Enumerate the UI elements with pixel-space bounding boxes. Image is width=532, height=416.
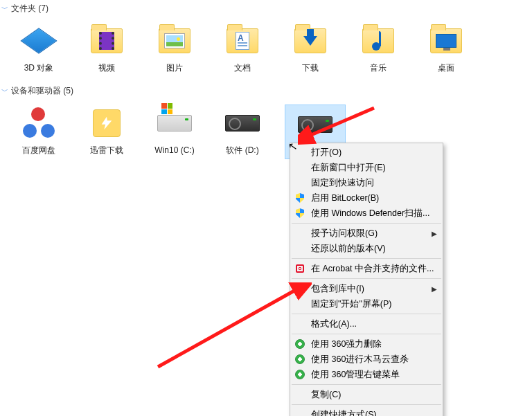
menu-defender-scan[interactable]: 使用 Windows Defender扫描... xyxy=(290,206,443,221)
folder-pictures[interactable]: 图片 xyxy=(150,23,200,73)
submenu-arrow-icon: ▶ xyxy=(432,285,437,293)
annotation-arrow xyxy=(152,282,312,372)
folder-documents[interactable]: 文档 xyxy=(218,23,267,73)
chevron-down-icon: ﹀ xyxy=(1,87,8,96)
item-label: 百度网盘 xyxy=(22,145,55,155)
folder-icon xyxy=(428,23,464,59)
menu-separator xyxy=(292,314,441,314)
folder-icon xyxy=(89,23,125,59)
360-icon xyxy=(294,354,305,365)
drive-baidu[interactable]: 百度网盘 xyxy=(14,105,64,158)
item-label: 视频 xyxy=(98,63,115,73)
menu-separator xyxy=(292,278,441,279)
menu-separator xyxy=(292,258,441,259)
svg-line-1 xyxy=(158,288,299,367)
submenu-arrow-icon: ▶ xyxy=(432,230,437,237)
folder-icon xyxy=(292,23,328,59)
menu-restore-versions[interactable]: 还原以前的版本(V) xyxy=(290,241,443,256)
menu-include-library[interactable]: 包含到库中(I)▶ xyxy=(290,281,443,296)
menu-create-shortcut[interactable]: 创建快捷方式(S) xyxy=(290,407,443,416)
menu-grant-access[interactable]: 授予访问权限(G)▶ xyxy=(290,226,443,241)
drives-grid: 百度网盘 迅雷下载 Win10 (C:) 软件 (D:) Win7 xyxy=(0,100,532,168)
360-icon xyxy=(294,369,305,380)
drive-software-d[interactable]: 软件 (D:) xyxy=(218,105,267,158)
menu-acrobat-combine[interactable]: 在 Acrobat 中合并支持的文件... xyxy=(290,261,443,276)
cube-icon xyxy=(21,23,57,59)
360-icon xyxy=(294,338,305,350)
drive-icon xyxy=(224,105,260,141)
drive-win10-c[interactable]: Win10 (C:) xyxy=(150,105,200,158)
folder-icon xyxy=(224,23,260,59)
drive-icon xyxy=(157,105,193,141)
menu-360-trojan-scan[interactable]: 使用 360进行木马云查杀 xyxy=(290,352,443,367)
item-label: 迅雷下载 xyxy=(90,145,123,155)
pdf-icon xyxy=(294,263,305,274)
folders-section-header[interactable]: ﹀ 文件夹 (7) xyxy=(0,0,532,17)
folders-grid: 3D 对象 视频 图片 文档 下载 音乐 桌面 xyxy=(0,17,532,82)
xunlei-icon xyxy=(89,105,125,141)
menu-open[interactable]: 打开(O) xyxy=(290,145,443,160)
item-label: 3D 对象 xyxy=(24,63,54,73)
folder-icon xyxy=(360,23,396,59)
menu-separator xyxy=(292,223,441,224)
folders-header-label: 文件夹 (7) xyxy=(11,3,48,15)
folder-desktop[interactable]: 桌面 xyxy=(421,23,471,73)
item-label: 音乐 xyxy=(370,63,387,73)
menu-360-manage-context[interactable]: 使用 360管理右键菜单 xyxy=(290,367,443,382)
chevron-down-icon: ﹀ xyxy=(1,4,8,14)
menu-bitlocker[interactable]: 启用 BitLocker(B) xyxy=(290,190,443,206)
menu-360-force-delete[interactable]: 使用 360强力删除 xyxy=(290,336,443,352)
item-label: Win10 (C:) xyxy=(154,145,194,155)
drive-icon xyxy=(297,107,333,143)
menu-format[interactable]: 格式化(A)... xyxy=(290,316,443,332)
menu-separator xyxy=(292,384,441,385)
menu-pin-start[interactable]: 固定到"开始"屏幕(P) xyxy=(290,296,443,311)
menu-open-new-window[interactable]: 在新窗口中打开(E) xyxy=(290,160,443,175)
menu-separator xyxy=(292,334,441,334)
menu-copy[interactable]: 复制(C) xyxy=(290,387,443,402)
drive-xunlei[interactable]: 迅雷下载 xyxy=(82,105,132,158)
item-label: 软件 (D:) xyxy=(226,145,258,155)
drives-header-label: 设备和驱动器 (5) xyxy=(11,85,73,97)
drives-section-header[interactable]: ﹀ 设备和驱动器 (5) xyxy=(0,82,532,100)
baidu-icon xyxy=(21,105,57,141)
folder-icon xyxy=(157,23,193,59)
folder-music[interactable]: 音乐 xyxy=(353,23,403,73)
item-label: 桌面 xyxy=(438,63,454,73)
context-menu: 打开(O) 在新窗口中打开(E) 固定到快速访问 启用 BitLocker(B)… xyxy=(290,143,443,416)
menu-separator xyxy=(292,404,441,405)
folder-3d-objects[interactable]: 3D 对象 xyxy=(14,23,64,73)
shield-icon xyxy=(294,208,305,219)
shield-icon xyxy=(294,192,305,204)
folder-videos[interactable]: 视频 xyxy=(82,23,132,73)
item-label: 图片 xyxy=(166,63,183,73)
menu-pin-quick-access[interactable]: 固定到快速访问 xyxy=(290,175,443,190)
item-label: 文档 xyxy=(234,63,251,73)
item-label: 下载 xyxy=(302,63,319,73)
folder-downloads[interactable]: 下载 xyxy=(285,23,335,73)
